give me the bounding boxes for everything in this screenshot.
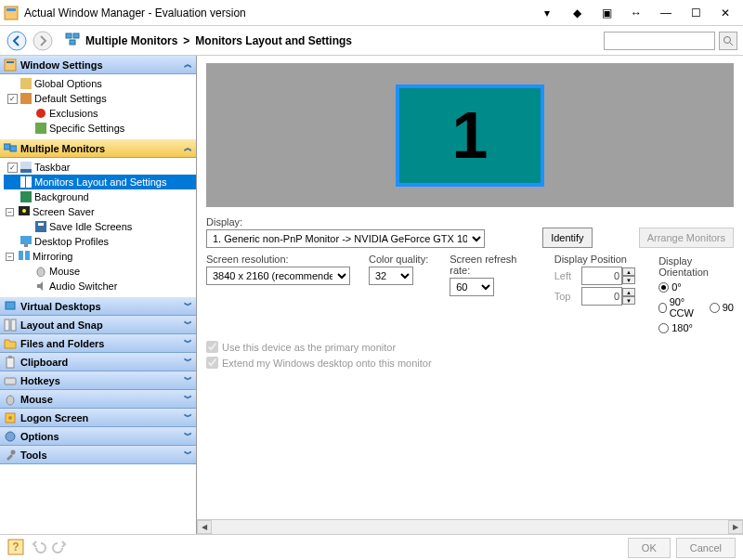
breadcrumb-icon <box>65 32 80 49</box>
virtual-desktops-icon <box>4 300 17 313</box>
primary-monitor-checkbox[interactable]: Use this device as the primary monitor <box>197 339 743 355</box>
toolbar: Multiple Monitors > Monitors Layout and … <box>0 26 743 56</box>
tree-item-monitors-layout[interactable]: Monitors Layout and Settings <box>4 175 196 189</box>
close-icon[interactable]: ✕ <box>711 3 739 23</box>
svg-rect-10 <box>7 61 14 63</box>
forward-button[interactable] <box>32 30 54 52</box>
rolldown-icon[interactable]: ▾ <box>533 3 561 23</box>
extend-desktop-checkbox[interactable]: Extend my Windows desktop onto this moni… <box>197 355 743 371</box>
move-icon[interactable]: ↔ <box>622 3 650 23</box>
svg-rect-26 <box>20 236 32 244</box>
section-hotkeys[interactable]: Hotkeys︾ <box>0 371 196 390</box>
settings-icon[interactable]: ▣ <box>593 3 620 23</box>
tree-item-screen-saver[interactable]: −Screen Saver <box>4 204 196 219</box>
section-clipboard[interactable]: Clipboard︾ <box>0 353 196 371</box>
section-window-settings[interactable]: Window Settings ︽ <box>0 56 196 74</box>
mouse-icon <box>35 266 46 277</box>
tree-item-specific-settings[interactable]: Specific Settings <box>4 121 196 136</box>
scroll-left-icon[interactable]: ◀ <box>197 520 212 534</box>
spin-down-icon[interactable]: ▼ <box>622 296 635 305</box>
ok-button[interactable]: OK <box>628 538 671 558</box>
svg-point-39 <box>8 416 12 420</box>
tree-item-taskbar[interactable]: ✓Taskbar <box>4 160 196 175</box>
undo-icon[interactable] <box>30 539 46 557</box>
search-input[interactable] <box>604 32 715 50</box>
svg-rect-1 <box>7 8 16 11</box>
content-panel: 1 Display: 1. Generic non-PnP Monitor ->… <box>197 56 743 534</box>
search-button[interactable] <box>719 32 737 50</box>
section-files-folders[interactable]: Files and Folders︾ <box>0 334 196 353</box>
scroll-track[interactable] <box>212 520 728 534</box>
save-icon <box>35 221 46 232</box>
tree-item-mouse[interactable]: Mouse <box>4 264 196 279</box>
checkbox-icon[interactable]: ✓ <box>7 163 18 173</box>
position-left-spinner[interactable]: ▲▼ <box>581 267 640 285</box>
maximize-icon[interactable]: ☐ <box>682 3 710 23</box>
section-mouse[interactable]: Mouse︾ <box>0 390 196 409</box>
orientation-90[interactable]: 90 <box>710 296 734 319</box>
section-virtual-desktops[interactable]: Virtual Desktops︾ <box>0 297 196 316</box>
arrange-monitors-button[interactable]: Arrange Monitors <box>639 228 734 248</box>
section-tools[interactable]: Tools︾ <box>0 446 196 464</box>
svg-rect-19 <box>20 176 25 188</box>
breadcrumb-root[interactable]: Multiple Monitors <box>85 34 177 47</box>
spin-up-icon[interactable]: ▲ <box>622 267 635 276</box>
orientation-90ccw[interactable]: 90° CCW <box>658 296 700 319</box>
chevron-down-icon: ︾ <box>184 300 192 312</box>
tree-item-save-idle[interactable]: Save Idle Screens <box>4 219 196 234</box>
checkbox-icon[interactable]: ✓ <box>7 94 18 104</box>
settings-icon <box>20 93 32 104</box>
tree-item-audio-switcher[interactable]: Audio Switcher <box>4 279 196 293</box>
section-options[interactable]: Options︾ <box>0 427 196 446</box>
tree-item-default-settings[interactable]: ✓Default Settings <box>4 91 196 106</box>
svg-text:?: ? <box>12 540 19 553</box>
svg-rect-32 <box>5 319 9 331</box>
taskbar-icon <box>20 162 32 173</box>
spin-down-icon[interactable]: ▼ <box>622 276 635 284</box>
chevron-down-icon: ︾ <box>184 430 192 442</box>
hotkeys-icon <box>4 374 17 387</box>
collapse-icon[interactable]: − <box>6 253 14 261</box>
display-select[interactable]: 1. Generic non-PnP Monitor -> NVIDIA GeF… <box>206 229 485 248</box>
tree-item-background[interactable]: Background <box>4 189 196 204</box>
tree-item-exclusions[interactable]: Exclusions <box>4 106 196 121</box>
clipboard-icon <box>4 356 17 369</box>
pin-icon[interactable]: ◆ <box>563 3 591 23</box>
cancel-button[interactable]: Cancel <box>676 538 736 558</box>
identify-button[interactable]: Identify <box>542 228 592 248</box>
layout-snap-icon <box>4 319 17 332</box>
orientation-180[interactable]: 180° <box>658 322 734 333</box>
section-logon-screen[interactable]: Logon Screen︾ <box>0 409 196 427</box>
breadcrumb-sep: > <box>183 34 189 47</box>
redo-icon[interactable] <box>52 539 69 557</box>
tree-item-desktop-profiles[interactable]: Desktop Profiles <box>4 234 196 249</box>
refresh-rate-select[interactable]: 60 <box>450 278 494 296</box>
minimize-icon[interactable]: — <box>652 3 680 23</box>
orientation-0[interactable]: 0° <box>658 281 734 293</box>
svg-rect-14 <box>35 123 46 134</box>
radio-icon <box>710 303 720 313</box>
tree-item-mirroring[interactable]: −Mirroring <box>4 249 196 264</box>
section-layout-snap[interactable]: Layout and Snap︾ <box>0 316 196 334</box>
options-icon <box>20 78 32 89</box>
color-quality-label: Color quality: <box>369 254 431 265</box>
scroll-right-icon[interactable]: ▶ <box>728 520 743 534</box>
monitor-preview-area[interactable]: 1 <box>206 63 734 207</box>
back-button[interactable] <box>6 30 28 52</box>
position-top-spinner[interactable]: ▲▼ <box>581 287 640 306</box>
section-multiple-monitors[interactable]: Multiple Monitors ︽ <box>0 139 196 158</box>
svg-rect-27 <box>24 244 28 247</box>
resolution-select[interactable]: 3840 x 2160 (recommended) <box>206 267 350 285</box>
svg-rect-28 <box>19 251 23 260</box>
help-icon[interactable]: ? <box>7 539 24 557</box>
svg-rect-6 <box>70 40 75 45</box>
horizontal-scrollbar[interactable]: ◀ ▶ <box>197 519 743 534</box>
color-quality-select[interactable]: 32 <box>369 267 413 285</box>
tree-item-global-options[interactable]: Global Options <box>4 76 196 91</box>
spin-up-icon[interactable]: ▲ <box>622 288 635 296</box>
chevron-down-icon: ︾ <box>184 393 192 405</box>
checkbox-icon <box>206 341 218 353</box>
monitor-1[interactable]: 1 <box>396 85 544 187</box>
svg-point-3 <box>33 32 52 50</box>
collapse-icon[interactable]: − <box>6 208 14 216</box>
